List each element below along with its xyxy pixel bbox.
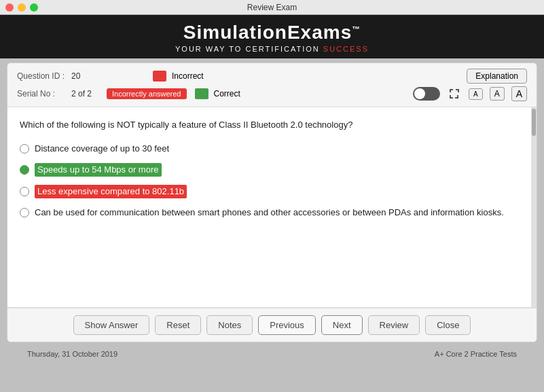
tagline: YOUR WAY TO CERTIFICATION SUCCESS	[14, 45, 530, 53]
option-text-c: Less expensive compared to 802.11b	[35, 185, 187, 198]
option-radio-d[interactable]	[20, 208, 29, 217]
option-text-d: Can be used for communication between sm…	[35, 207, 504, 219]
question-id-value: 20	[71, 71, 98, 81]
fullscreen-icon[interactable]	[447, 86, 462, 101]
option-row-b[interactable]: Speeds up to 54 Mbps or more	[20, 163, 524, 177]
option-radio-b[interactable]	[20, 165, 29, 175]
main-container: Question ID : 20 Incorrect Explanation S…	[7, 63, 537, 342]
footer-date: Thursday, 31 October 2019	[27, 350, 117, 358]
notes-button[interactable]: Notes	[206, 315, 253, 335]
incorrectly-answered-badge: Incorrectly answered	[107, 88, 187, 99]
info-bottom-row: Serial No : 2 of 2 Incorrectly answered …	[17, 86, 527, 101]
app-header: SimulationExams™ YOUR WAY TO CERTIFICATI…	[0, 15, 544, 58]
maximize-window-button[interactable]	[30, 3, 38, 12]
option-row-d[interactable]: Can be used for communication between sm…	[20, 207, 524, 219]
incorrect-color-box	[153, 71, 166, 82]
toggle-switch[interactable]	[413, 87, 440, 101]
window-title: Review Exam	[247, 3, 297, 12]
minimize-window-button[interactable]	[18, 3, 26, 12]
option-radio-c[interactable]	[20, 187, 29, 196]
scrollbar-thumb[interactable]	[532, 109, 536, 136]
close-button[interactable]: Close	[425, 315, 471, 335]
correct-label: Correct	[214, 89, 240, 99]
option-row-a[interactable]: Distance coverage of up to 30 feet	[20, 143, 524, 155]
correct-color-box	[195, 88, 208, 99]
tagline-way: WAY TO CERTIFICATION	[206, 45, 323, 53]
button-bar: Show Answer Reset Notes Previous Next Re…	[7, 308, 537, 342]
title-bar: Review Exam	[0, 0, 544, 15]
previous-button[interactable]: Previous	[258, 315, 316, 335]
scrollbar-track[interactable]	[531, 107, 537, 307]
logo-text: SimulationExams	[183, 22, 352, 43]
font-large-button[interactable]: A	[511, 86, 527, 101]
option-row-c[interactable]: Less expensive compared to 802.11b	[20, 185, 524, 198]
footer: Thursday, 31 October 2019 A+ Core 2 Prac…	[0, 346, 544, 361]
option-radio-a[interactable]	[20, 144, 29, 154]
serial-no-label: Serial No :	[17, 89, 71, 99]
close-window-button[interactable]	[5, 3, 14, 12]
font-small-button[interactable]: A	[469, 88, 483, 100]
incorrect-label: Incorrect	[172, 71, 204, 81]
next-button[interactable]: Next	[321, 315, 363, 335]
footer-product: A+ Core 2 Practice Tests	[435, 350, 517, 358]
review-button[interactable]: Review	[368, 315, 420, 335]
question-area: Which of the following is NOT typically …	[7, 107, 537, 308]
reset-button[interactable]: Reset	[155, 315, 201, 335]
font-medium-button[interactable]: A	[490, 87, 505, 101]
question-id-label: Question ID :	[17, 71, 71, 81]
app-logo: SimulationExams™	[14, 22, 530, 43]
logo-tm: ™	[352, 24, 361, 34]
tagline-your: YOUR	[175, 45, 202, 53]
tagline-success: SUCCESS	[323, 45, 369, 53]
info-bar: Question ID : 20 Incorrect Explanation S…	[7, 63, 537, 107]
window-controls[interactable]	[5, 3, 38, 12]
serial-no-value: 2 of 2	[71, 89, 98, 99]
option-text-b: Speeds up to 54 Mbps or more	[35, 163, 162, 177]
explanation-button[interactable]: Explanation	[467, 69, 527, 84]
show-answer-button[interactable]: Show Answer	[73, 315, 150, 335]
info-top-row: Question ID : 20 Incorrect Explanation	[17, 69, 527, 84]
option-text-a: Distance coverage of up to 30 feet	[35, 143, 169, 155]
question-text: Which of the following is NOT typically …	[20, 118, 524, 132]
